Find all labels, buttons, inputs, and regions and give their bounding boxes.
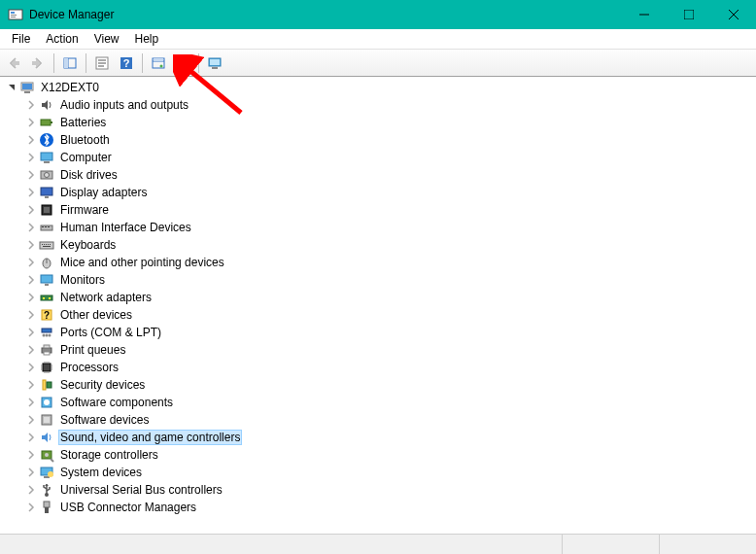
menu-file[interactable]: File	[4, 30, 38, 48]
tree-node-label[interactable]: Sound, video and game controllers	[58, 430, 242, 445]
svg-rect-87	[44, 417, 50, 423]
tree-node[interactable]: Sound, video and game controllers	[4, 429, 756, 446]
tree-node[interactable]: Monitors	[4, 271, 756, 289]
svg-rect-57	[41, 295, 52, 300]
tree-node-label[interactable]: Human Interface Devices	[58, 221, 193, 234]
tree-node[interactable]: Network adapters	[4, 289, 756, 306]
expand-arrow-icon[interactable]	[23, 482, 39, 498]
tree-node[interactable]: Mice and other pointing devices	[4, 254, 756, 271]
svg-rect-45	[48, 226, 50, 227]
tree-node[interactable]: Audio inputs and outputs	[4, 96, 756, 114]
expand-arrow-icon[interactable]	[23, 185, 39, 200]
expand-arrow-icon[interactable]	[23, 255, 39, 270]
svg-rect-48	[44, 244, 45, 245]
tree-node[interactable]: Universal Serial Bus controllers	[4, 481, 756, 499]
tree-node[interactable]: Print queues	[4, 341, 756, 359]
expand-arrow-icon[interactable]	[23, 447, 39, 463]
tree-node-label[interactable]: Computer	[58, 151, 114, 164]
close-button[interactable]	[711, 0, 756, 29]
tree-node[interactable]: Firmware	[4, 201, 756, 219]
maximize-button[interactable]	[667, 0, 711, 29]
devices-and-printers-button[interactable]	[203, 52, 226, 75]
tree-node[interactable]: Storage controllers	[4, 446, 756, 464]
tree-node[interactable]: Keyboards	[4, 236, 756, 254]
tree-node-label[interactable]: Software components	[58, 396, 175, 409]
tree-node[interactable]: Software devices	[4, 411, 756, 429]
tree-root-node[interactable]: X12DEXT0	[4, 79, 756, 96]
expand-arrow-icon[interactable]	[23, 115, 39, 130]
expand-arrow-icon[interactable]	[23, 202, 39, 218]
tree-node[interactable]: Human Interface Devices	[4, 219, 756, 236]
tree-node[interactable]: Software components	[4, 394, 756, 411]
back-button[interactable]	[2, 52, 25, 75]
monitor-icon	[39, 272, 54, 288]
tree-root-label[interactable]: X12DEXT0	[39, 81, 101, 94]
expand-arrow-icon[interactable]	[23, 430, 39, 445]
menu-view[interactable]: View	[86, 30, 127, 48]
tree-node[interactable]: Security devices	[4, 376, 756, 394]
tree-node-label[interactable]: Firmware	[58, 203, 111, 217]
tree-node[interactable]: Disk drives	[4, 166, 756, 184]
tree-node[interactable]: ?Other devices	[4, 306, 756, 324]
expand-arrow-icon[interactable]	[23, 412, 39, 428]
expand-arrow-icon[interactable]	[23, 307, 39, 323]
expand-arrow-icon[interactable]	[23, 360, 39, 375]
tree-node-label[interactable]: Audio inputs and outputs	[58, 98, 190, 112]
tree-node-label[interactable]: Mice and other pointing devices	[58, 256, 226, 269]
toolbar-separator	[86, 53, 86, 73]
tree-node-label[interactable]: Security devices	[58, 378, 147, 392]
forward-button[interactable]	[26, 52, 50, 75]
minimize-button[interactable]	[622, 0, 667, 29]
expand-arrow-icon[interactable]	[23, 500, 39, 515]
expand-arrow-icon[interactable]	[23, 97, 39, 113]
tree-node-label[interactable]: Monitors	[58, 273, 107, 287]
device-tree[interactable]: X12DEXT0 Audio inputs and outputsBatteri…	[0, 77, 756, 534]
tree-node-label[interactable]: Other devices	[58, 308, 134, 322]
tree-node-label[interactable]: System devices	[58, 466, 144, 479]
tree-node[interactable]: System devices	[4, 464, 756, 481]
tree-node-label[interactable]: Display adapters	[58, 186, 149, 199]
expand-arrow-icon[interactable]	[23, 395, 39, 410]
properties-button[interactable]	[90, 52, 114, 75]
expand-arrow-icon[interactable]	[23, 377, 39, 393]
update-driver-button[interactable]	[147, 52, 170, 75]
toolbar-separator	[53, 53, 54, 73]
tree-node-label[interactable]: Disk drives	[58, 168, 120, 182]
tree-node[interactable]: Computer	[4, 149, 756, 166]
menu-help[interactable]: Help	[127, 30, 167, 48]
show-hide-console-button[interactable]	[58, 52, 82, 75]
expand-arrow-icon[interactable]	[4, 80, 19, 95]
expand-arrow-icon[interactable]	[23, 325, 39, 340]
tree-node[interactable]: Batteries	[4, 114, 756, 131]
tree-node-label[interactable]: Bluetooth	[58, 133, 112, 147]
menu-action[interactable]: Action	[38, 30, 86, 48]
tree-node-label[interactable]: Storage controllers	[58, 448, 160, 462]
tree-node[interactable]: Processors	[4, 359, 756, 376]
tree-node[interactable]: Display adapters	[4, 184, 756, 201]
expand-arrow-icon[interactable]	[23, 132, 39, 148]
tree-node-label[interactable]: Batteries	[58, 116, 108, 129]
tree-node-label[interactable]: Print queues	[58, 343, 127, 357]
tree-node-label[interactable]: Ports (COM & LPT)	[58, 326, 163, 339]
help-button[interactable]: ?	[115, 52, 138, 75]
tree-node-label[interactable]: Network adapters	[58, 291, 154, 304]
expand-arrow-icon[interactable]	[23, 342, 39, 358]
tree-node-label[interactable]: USB Connector Managers	[58, 501, 198, 514]
expand-arrow-icon[interactable]	[23, 220, 39, 235]
computer-icon	[39, 150, 54, 165]
expand-arrow-icon[interactable]	[23, 290, 39, 305]
tree-node[interactable]: USB Connector Managers	[4, 499, 756, 516]
tree-node-label[interactable]: Keyboards	[58, 238, 118, 252]
expand-arrow-icon[interactable]	[23, 150, 39, 165]
expand-arrow-icon[interactable]	[23, 465, 39, 480]
scan-hardware-button[interactable]	[171, 52, 194, 75]
tree-node[interactable]: Ports (COM & LPT)	[4, 324, 756, 341]
expand-arrow-icon[interactable]	[23, 167, 39, 183]
tree-node-label[interactable]: Universal Serial Bus controllers	[58, 483, 224, 497]
expand-arrow-icon[interactable]	[23, 237, 39, 253]
tree-node-label[interactable]: Software devices	[58, 413, 151, 427]
tree-node[interactable]: Bluetooth	[4, 131, 756, 149]
tree-node-label[interactable]: Processors	[58, 361, 120, 374]
svg-rect-35	[44, 161, 50, 163]
expand-arrow-icon[interactable]	[23, 272, 39, 288]
